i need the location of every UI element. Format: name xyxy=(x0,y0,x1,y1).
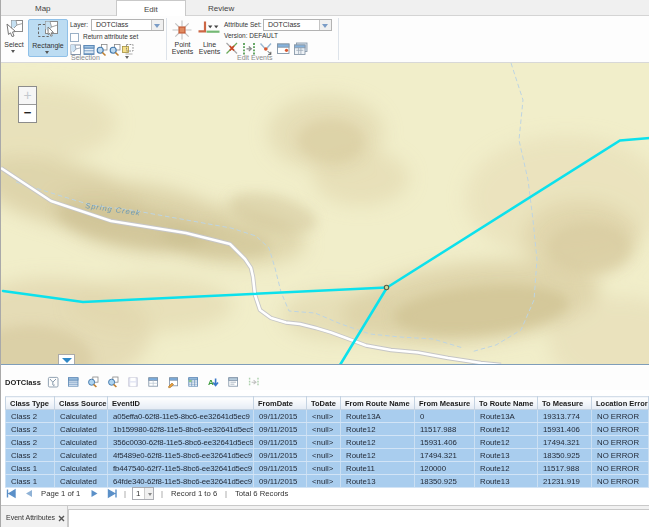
svg-text:A: A xyxy=(208,378,214,387)
